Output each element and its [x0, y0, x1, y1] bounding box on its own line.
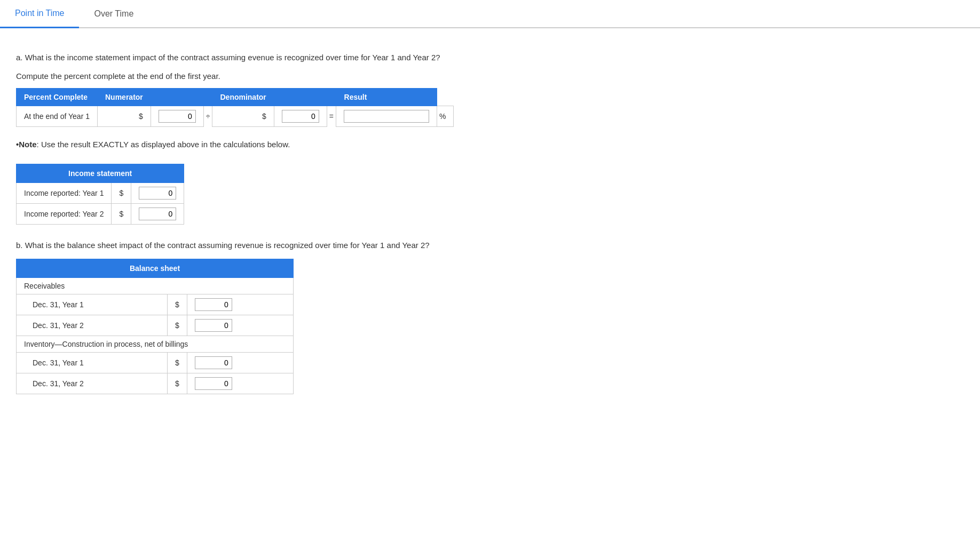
receivables-label: Receivables — [17, 278, 294, 294]
inventory-label: Inventory—Construction in process, net o… — [17, 336, 294, 353]
inventory-year1-label: Dec. 31, Year 1 — [17, 353, 168, 373]
balance-header-row: Balance sheet — [17, 259, 294, 278]
result-field[interactable] — [344, 110, 429, 123]
pct-header-result: Result — [274, 88, 437, 106]
denominator-field[interactable] — [282, 110, 319, 123]
income-year1-field[interactable] — [139, 187, 176, 200]
income-year1-input[interactable] — [131, 182, 184, 203]
pct-header-numerator: Numerator — [98, 88, 151, 106]
balance-sheet-table: Balance sheet Receivables Dec. 31, Year … — [16, 259, 294, 394]
note-rest: : Use the result EXACTLY as displayed ab… — [37, 140, 290, 149]
inventory-year2-row: Dec. 31, Year 2 $ — [17, 373, 294, 394]
pct-denominator-input[interactable] — [274, 106, 327, 126]
pct-row: At the end of Year 1 $ ÷ $ = % — [17, 106, 454, 126]
pct-row-label: At the end of Year 1 — [17, 106, 98, 126]
receivables-year1-field[interactable] — [195, 298, 232, 311]
inventory-year1-input[interactable] — [187, 353, 293, 373]
receivables-year2-field[interactable] — [195, 319, 232, 332]
pct-percent-sign: % — [437, 106, 454, 126]
pct-numerator-input[interactable] — [151, 106, 203, 126]
income-year1-prefix: $ — [112, 182, 131, 203]
sub-text: Compute the percent complete at the end … — [16, 71, 964, 81]
inventory-year1-row: Dec. 31, Year 1 $ — [17, 353, 294, 373]
pct-header-denominator — [151, 88, 212, 106]
income-header-row: Income statement — [17, 164, 184, 182]
inventory-year2-prefix: $ — [168, 373, 187, 394]
main-content: a. What is the income statement impact o… — [0, 41, 980, 416]
inventory-year2-label: Dec. 31, Year 2 — [17, 373, 168, 394]
inventory-year2-field[interactable] — [195, 377, 232, 390]
tab-over-time[interactable]: Over Time — [79, 0, 148, 27]
receivables-year2-input[interactable] — [187, 315, 293, 336]
income-year2-field[interactable] — [139, 208, 176, 220]
note-text: •Note: Use the result EXACTLY as display… — [16, 140, 964, 149]
question-a-text: a. What is the income statement impact o… — [16, 52, 964, 64]
pct-denominator-prefix: $ — [212, 106, 274, 126]
balance-header-label: Balance sheet — [17, 259, 294, 278]
percent-complete-table: Percent Complete Numerator Denominator R… — [16, 88, 454, 127]
pct-header-denom-label: Denominator — [212, 88, 274, 106]
inventory-year1-field[interactable] — [195, 356, 232, 369]
numerator-field[interactable] — [159, 110, 196, 123]
note-bold: •Note — [16, 140, 37, 149]
receivables-year1-label: Dec. 31, Year 1 — [17, 294, 168, 315]
pct-result-input[interactable] — [336, 106, 437, 126]
receivables-year2-label: Dec. 31, Year 2 — [17, 315, 168, 336]
inventory-section-row: Inventory—Construction in process, net o… — [17, 336, 294, 353]
receivables-section-row: Receivables — [17, 278, 294, 294]
inventory-year2-input[interactable] — [187, 373, 293, 394]
pct-divide-operator: ÷ — [203, 106, 212, 126]
receivables-year2-row: Dec. 31, Year 2 $ — [17, 315, 294, 336]
receivables-year1-row: Dec. 31, Year 1 $ — [17, 294, 294, 315]
income-year2-prefix: $ — [112, 203, 131, 224]
receivables-year1-prefix: $ — [168, 294, 187, 315]
income-row-year1: Income reported: Year 1 $ — [17, 182, 184, 203]
income-header-label: Income statement — [17, 164, 184, 182]
tab-bar: Point in Time Over Time — [0, 0, 980, 28]
income-row-year2: Income reported: Year 2 $ — [17, 203, 184, 224]
pct-header-label: Percent Complete — [17, 88, 98, 106]
question-b-text: b. What is the balance sheet impact of t… — [16, 240, 964, 252]
tab-point-in-time[interactable]: Point in Time — [0, 0, 79, 28]
pct-numerator-prefix: $ — [98, 106, 151, 126]
receivables-year2-prefix: $ — [168, 315, 187, 336]
income-statement-table: Income statement Income reported: Year 1… — [16, 164, 184, 225]
receivables-year1-input[interactable] — [187, 294, 293, 315]
income-year2-label: Income reported: Year 2 — [17, 203, 112, 224]
income-year2-input[interactable] — [131, 203, 184, 224]
pct-equals-operator: = — [327, 106, 336, 126]
inventory-year1-prefix: $ — [168, 353, 187, 373]
income-year1-label: Income reported: Year 1 — [17, 182, 112, 203]
